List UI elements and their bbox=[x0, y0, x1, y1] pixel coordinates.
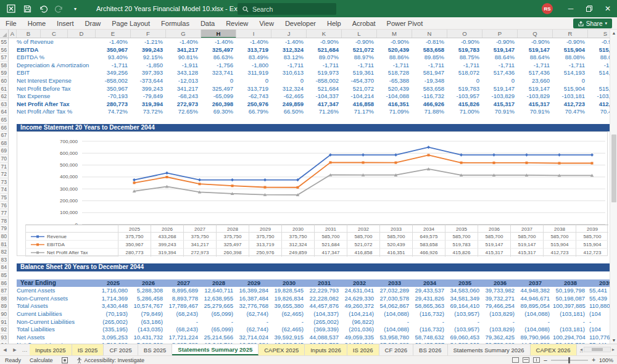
cell[interactable]: 519,783 bbox=[447, 85, 482, 93]
cell[interactable]: 25,279,665 bbox=[201, 302, 236, 310]
cell[interactable]: -1,711 bbox=[412, 62, 447, 70]
cell[interactable]: (103,957) bbox=[447, 310, 482, 318]
row-header-60[interactable]: 60 bbox=[0, 77, 9, 85]
cell[interactable]: 520,439 bbox=[377, 46, 412, 54]
cell[interactable]: 17,789,467 bbox=[166, 302, 201, 310]
cell[interactable]: 517,436 bbox=[518, 69, 553, 77]
page-layout-view-icon[interactable] bbox=[523, 357, 529, 363]
cell[interactable]: 88.75% bbox=[447, 54, 482, 62]
cell[interactable]: 71.00% bbox=[447, 108, 482, 116]
cell[interactable]: 66.79% bbox=[236, 108, 271, 116]
cell[interactable]: -79,849 bbox=[131, 93, 166, 101]
cell[interactable]: 44,946,671 bbox=[518, 295, 553, 303]
cell[interactable]: 69,060,453 bbox=[447, 334, 482, 342]
undo-icon[interactable] bbox=[38, 4, 48, 14]
ribbon-tab-power-pivot[interactable]: Power Pivot bbox=[381, 17, 429, 30]
row-header-58[interactable]: 58 bbox=[0, 62, 9, 70]
ribbon-tab-page-layout[interactable]: Page Layout bbox=[106, 17, 155, 30]
row-header-82[interactable]: 82 bbox=[0, 248, 9, 256]
cell[interactable]: -0.90% bbox=[447, 38, 482, 46]
cell[interactable]: 69,164,410 bbox=[447, 302, 482, 310]
cell[interactable]: 50,199,798 bbox=[553, 287, 588, 295]
cell[interactable]: 415,826 bbox=[447, 101, 482, 109]
cell[interactable]: 32,714,024 bbox=[236, 334, 271, 342]
page-break-view-icon[interactable] bbox=[533, 357, 540, 363]
customize-qat-icon[interactable]: ▾ bbox=[70, 4, 80, 14]
year-header-cell[interactable]: 2026 bbox=[131, 279, 166, 287]
cell[interactable]: -103,829 bbox=[482, 93, 518, 101]
column-header-J[interactable]: J bbox=[271, 30, 307, 38]
excel-app-icon[interactable] bbox=[6, 4, 16, 14]
restore-button[interactable] bbox=[580, 0, 598, 17]
cell[interactable]: 399,243 bbox=[131, 85, 166, 93]
row-header-71[interactable]: 71 bbox=[0, 163, 9, 171]
cell[interactable]: 70.47% bbox=[553, 108, 588, 116]
column-header-O[interactable]: O bbox=[447, 30, 482, 38]
cell[interactable]: -0.90% bbox=[553, 38, 588, 46]
cell[interactable]: (335,195) bbox=[96, 326, 131, 334]
sheet-tab-statements-summary-2025[interactable]: Statements Summary 2025 bbox=[172, 344, 259, 355]
column-header-G[interactable]: G bbox=[166, 30, 201, 38]
cell[interactable]: 0 bbox=[447, 77, 482, 85]
cell[interactable]: 89,895,054 bbox=[518, 302, 553, 310]
row-header-59[interactable]: 59 bbox=[0, 69, 9, 77]
cell[interactable]: 34,581,349 bbox=[447, 295, 482, 303]
cell[interactable]: 416,858 bbox=[342, 101, 377, 109]
cell[interactable]: 39,592,915 bbox=[271, 334, 307, 342]
column-header-C[interactable]: C bbox=[41, 30, 68, 38]
year-header-cell[interactable]: 2025 bbox=[96, 279, 131, 287]
cell[interactable]: 260,398 bbox=[201, 101, 236, 109]
cell[interactable]: (104,088) bbox=[377, 326, 412, 334]
user-avatar[interactable]: RS bbox=[542, 3, 553, 14]
cell[interactable]: 16,387,484 bbox=[236, 295, 271, 303]
ribbon-tab-data[interactable]: Data bbox=[195, 17, 220, 30]
cell[interactable]: (116,732) bbox=[412, 326, 447, 334]
cell[interactable]: 8,893,778 bbox=[166, 295, 201, 303]
cell[interactable]: 312,324 bbox=[271, 85, 307, 93]
cell[interactable]: 88.64% bbox=[482, 54, 518, 62]
cell[interactable]: 44,088,537 bbox=[307, 334, 342, 342]
row-header-73[interactable]: 73 bbox=[0, 178, 9, 186]
cell[interactable]: 44,948,382 bbox=[518, 287, 553, 295]
cell[interactable]: (103,957) bbox=[447, 326, 482, 334]
sheet-nav-more-icon[interactable]: … bbox=[20, 344, 30, 355]
column-header-B[interactable]: B bbox=[17, 30, 41, 38]
cell[interactable]: 90.81% bbox=[166, 54, 201, 62]
cell[interactable]: -1,711 bbox=[307, 62, 342, 70]
cell[interactable]: 518,072 bbox=[447, 69, 482, 77]
cell[interactable]: 325,497 bbox=[201, 85, 236, 93]
cell[interactable]: 466,926 bbox=[412, 101, 447, 109]
sheet-tab-bs-2026[interactable]: BS 2026 bbox=[413, 344, 447, 355]
cell[interactable]: 312,324 bbox=[271, 46, 307, 54]
ribbon-tab-acrobat[interactable]: Acrobat bbox=[347, 17, 381, 30]
column-header-R[interactable]: R bbox=[553, 30, 588, 38]
sheet-tab-inputs-2025[interactable]: Inputs 2025 bbox=[30, 344, 72, 355]
cell[interactable]: 22,228,082 bbox=[307, 295, 342, 303]
cell[interactable]: -1,711 bbox=[96, 62, 131, 70]
cell[interactable]: (103,181) bbox=[553, 310, 588, 318]
cell[interactable]: -1,711 bbox=[482, 62, 518, 70]
cell[interactable]: 83.49% bbox=[236, 54, 271, 62]
cell[interactable]: 519,147 bbox=[482, 46, 518, 54]
year-header-cell[interactable]: 2027 bbox=[166, 279, 201, 287]
cell[interactable]: 3,095,253 bbox=[96, 334, 131, 342]
cell[interactable]: 53,958,780 bbox=[377, 334, 412, 342]
cell[interactable]: 39,732,271 bbox=[482, 295, 518, 303]
cell[interactable]: 0 bbox=[482, 77, 518, 85]
sheet-tab-inputs-2026[interactable]: Inputs 2026 bbox=[305, 344, 347, 355]
cell[interactable]: (62,744) bbox=[236, 310, 271, 318]
row-header-90[interactable]: 90 bbox=[0, 310, 9, 318]
cell[interactable]: -0.81% bbox=[412, 38, 447, 46]
cell[interactable]: 519,361 bbox=[342, 69, 377, 77]
row-header-76[interactable]: 76 bbox=[0, 202, 9, 210]
cell[interactable]: -65,388 bbox=[377, 77, 412, 85]
sheet-tab-capex-2025[interactable]: CAPEX 2025 bbox=[259, 344, 305, 355]
cell[interactable]: -103,957 bbox=[447, 93, 482, 101]
column-header-L[interactable]: L bbox=[342, 30, 377, 38]
cell[interactable]: 0 bbox=[271, 77, 307, 85]
cell[interactable]: 5,288,308 bbox=[131, 287, 166, 295]
cell[interactable]: 517,436 bbox=[482, 69, 518, 77]
cell[interactable]: - bbox=[166, 318, 201, 326]
sheet-nav-left-icon[interactable]: ◄ bbox=[0, 344, 10, 355]
cell[interactable]: - bbox=[482, 318, 518, 326]
